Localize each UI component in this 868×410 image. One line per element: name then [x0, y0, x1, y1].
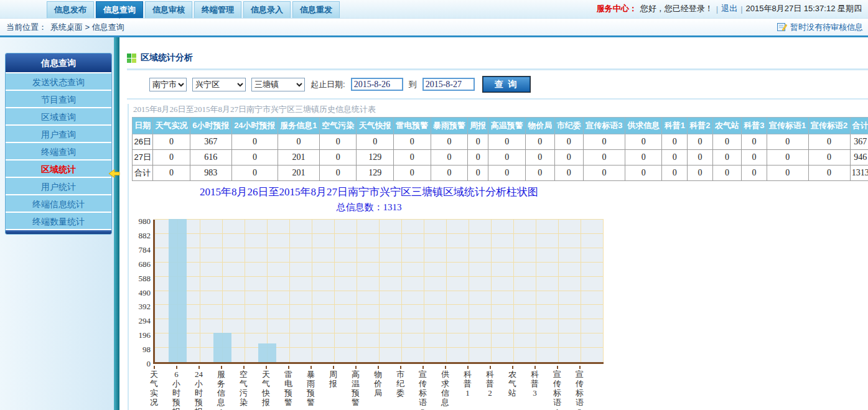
greeting-text: 您好，您已经登录！ — [640, 3, 713, 14]
logout-link[interactable]: 退出 — [721, 3, 737, 14]
y-axis-tick-label: 294 — [132, 316, 151, 326]
x-axis-tick — [154, 366, 155, 369]
cell-value: 0 — [394, 165, 431, 181]
note-pencil-icon — [777, 22, 787, 32]
audit-notice[interactable]: 暂时没有待审核信息 — [777, 22, 863, 33]
cell-value: 129 — [357, 150, 394, 165]
gridline-v — [334, 220, 335, 362]
y-axis-tick-label: 686 — [132, 259, 151, 269]
district-select[interactable]: 兴宁区 — [192, 78, 246, 91]
cell-value: 0 — [688, 150, 713, 165]
search-button[interactable]: 查 询 — [483, 77, 530, 92]
x-axis-category-label: 宣传标语1 — [553, 370, 562, 410]
date-range-label: 起止日期: — [310, 79, 345, 90]
nav-tab-信息查询[interactable]: 信息查询 — [96, 1, 143, 18]
panel-divider[interactable] — [114, 37, 119, 410]
breadcrumb-bar: 当前位置： 系统桌面 > 信息查询 暂时没有待审核信息 — [0, 19, 868, 35]
sidebar-item-节目查询[interactable]: 节目查询 — [6, 90, 111, 107]
page: 信息发布信息查询信息审核终端管理信息录入信息重发 服务中心： 您好，您已经登录！… — [0, 0, 868, 410]
column-header: 供求信息 — [625, 118, 662, 134]
x-axis-tick — [534, 366, 536, 369]
column-header: 合计 — [850, 118, 868, 134]
x-axis-category-label: 市纪委 — [396, 370, 406, 398]
content-area: 信息查询 发送状态查询节目查询区域查询用户查询终端查询区域统计用户统计终端信息统… — [0, 37, 868, 410]
x-axis-category-label: 暴雨预警 — [306, 370, 316, 408]
nav-tab-终端管理[interactable]: 终端管理 — [194, 1, 241, 18]
gridline-v — [469, 220, 469, 362]
column-header: 高温预警 — [488, 118, 526, 134]
x-axis-category-label: 科普3 — [530, 370, 540, 398]
main-panel: 区域统计分析 南宁市 兴宁区 三塘镇 起止日期: 到 查 询 2015年8月26… — [119, 37, 868, 410]
cell-value: 201 — [278, 150, 319, 165]
x-axis-tick — [490, 366, 491, 369]
column-header: 市纪委 — [554, 118, 583, 134]
nav-tab-信息录入[interactable]: 信息录入 — [243, 1, 291, 18]
column-header: 周报 — [468, 118, 488, 134]
cell-value: 0 — [688, 134, 713, 150]
audit-notice-text: 暂时没有待审核信息 — [790, 22, 863, 33]
city-select[interactable]: 南宁市 — [149, 78, 187, 91]
green-grid-icon — [127, 54, 136, 63]
sidebar-item-发送状态查询[interactable]: 发送状态查询 — [6, 72, 111, 90]
query-form: 南宁市 兴宁区 三塘镇 起止日期: 到 查 询 — [127, 70, 868, 100]
sidebar-items: 发送状态查询节目查询区域查询用户查询终端查询区域统计用户统计终端信息统计终端数量… — [6, 72, 111, 229]
column-header: 天气实况 — [153, 118, 190, 134]
cell-value: 0 — [231, 165, 278, 181]
column-header: 宣传标语2 — [808, 118, 850, 134]
top-navbar: 信息发布信息查询信息审核终端管理信息录入信息重发 服务中心： 您好，您已经登录！… — [0, 0, 868, 19]
end-date-input[interactable] — [422, 78, 475, 91]
cell-value: 946 — [850, 150, 868, 165]
session-info: 服务中心： 您好，您已经登录！ | 退出 | 2015年8月27日 15:37:… — [597, 0, 868, 18]
column-header: 暴雨预警 — [431, 118, 468, 134]
sidebar-title: 信息查询 — [6, 54, 111, 72]
y-axis-tick-label: 588 — [132, 274, 151, 284]
gridline-v — [446, 220, 447, 362]
cell-value: 0 — [153, 134, 190, 150]
x-axis-category-label: 物价局 — [373, 370, 383, 398]
cell-value: 129 — [357, 165, 394, 181]
x-axis-tick — [310, 366, 312, 369]
sidebar-item-用户统计[interactable]: 用户统计 — [6, 177, 111, 194]
cell-value: 0 — [767, 165, 808, 181]
nav-tab-信息发布[interactable]: 信息发布 — [47, 1, 94, 18]
sidebar-item-区域查询[interactable]: 区域查询 — [6, 107, 111, 124]
gridline-v — [312, 220, 312, 362]
sidebar-item-用户查询[interactable]: 用户查询 — [6, 124, 111, 142]
bar-chart: 098196294392490588686784882980天气实况6小时预报2… — [132, 220, 606, 410]
bar-天气快报 — [258, 343, 276, 362]
nav-tab-信息重发[interactable]: 信息重发 — [292, 1, 340, 18]
breadcrumb-path[interactable]: 系统桌面 > 信息查询 — [50, 22, 124, 33]
town-select[interactable]: 三塘镇 — [251, 78, 305, 91]
cell-value: 0 — [488, 150, 526, 165]
column-header: 天气快报 — [357, 118, 394, 134]
sidebar-item-终端数量统计[interactable]: 终端数量统计 — [6, 212, 111, 229]
x-axis-tick — [266, 366, 267, 369]
cell-value: 1313 — [850, 165, 868, 181]
start-date-input[interactable] — [351, 78, 403, 91]
x-axis-tick — [198, 366, 200, 369]
x-axis-tick — [557, 366, 558, 369]
x-axis-category-label: 农气站 — [508, 370, 518, 398]
cell-value: 0 — [431, 134, 468, 150]
cell-value: 0 — [712, 150, 741, 165]
sidebar-item-区域统计[interactable]: 区域统计 — [6, 159, 111, 177]
y-axis-tick-label: 98 — [132, 345, 151, 355]
cell-value: 0 — [468, 165, 488, 181]
column-header: 科普1 — [662, 118, 688, 134]
gridline-v — [379, 220, 380, 362]
nav-tab-信息审核[interactable]: 信息审核 — [145, 1, 192, 18]
x-axis-category-label: 供求信息 — [441, 370, 450, 408]
cell-value: 0 — [583, 150, 625, 165]
x-axis-category-label: 服务信息1 — [217, 370, 226, 410]
x-axis-category-label: 天气实况 — [149, 370, 159, 408]
column-header: 科普2 — [688, 118, 713, 134]
table-row: 27日06160201012900000000000000946 — [133, 150, 868, 165]
cell-value: 0 — [394, 134, 431, 150]
section-header: 区域统计分析 — [127, 50, 868, 66]
sidebar-item-终端查询[interactable]: 终端查询 — [6, 142, 111, 159]
service-center-label: 服务中心： — [597, 3, 637, 14]
x-axis-tick — [288, 366, 289, 369]
cell-value: 0 — [712, 134, 741, 150]
sidebar-item-终端信息统计[interactable]: 终端信息统计 — [6, 194, 111, 212]
cell-value: 0 — [153, 165, 190, 181]
